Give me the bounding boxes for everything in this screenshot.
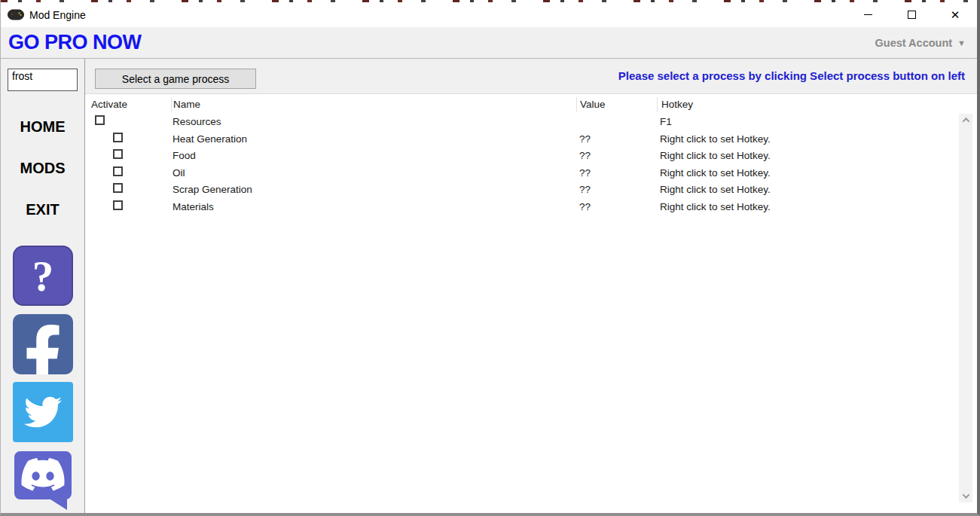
- row-name: Materials: [172, 199, 214, 216]
- app-window: Mod Engine ✕ GO PRO NOW Guest Account ▼ …: [0, 0, 980, 516]
- row-hotkey: Right click to set Hotkey.: [660, 199, 771, 216]
- sidebar: HOME MODS EXIT ?: [1, 59, 85, 513]
- row-hotkey: Right click to set Hotkey.: [660, 165, 771, 182]
- minimize-button[interactable]: [846, 2, 890, 27]
- row-value: ??: [579, 131, 591, 148]
- header-bar: GO PRO NOW Guest Account ▼: [1, 27, 977, 59]
- account-dropdown[interactable]: Guest Account ▼: [875, 37, 966, 49]
- chevron-up-icon: [962, 118, 969, 125]
- discord-icon[interactable]: [13, 450, 73, 510]
- help-icon[interactable]: ?: [13, 246, 73, 306]
- table-row-resources[interactable]: Resources F1: [85, 114, 977, 131]
- activate-checkbox[interactable]: [113, 166, 123, 176]
- status-message: Please select a process by clicking Sele…: [618, 59, 965, 93]
- facebook-icon[interactable]: [13, 314, 73, 374]
- column-header-hotkey[interactable]: Hotkey: [661, 99, 693, 110]
- table-row-scrap-generation[interactable]: Scrap Generation ?? Right click to set H…: [85, 182, 977, 199]
- search-input[interactable]: [8, 69, 78, 91]
- row-name: Food: [172, 148, 196, 165]
- row-hotkey: Right click to set Hotkey.: [660, 148, 771, 165]
- column-header-value[interactable]: Value: [580, 99, 606, 110]
- twitter-bird-glyph: [21, 393, 65, 431]
- row-value: ??: [579, 148, 591, 165]
- row-hotkey: Right click to set Hotkey.: [660, 131, 771, 148]
- scroll-down-button[interactable]: [959, 490, 972, 502]
- table-rows: Resources F1 Heat Generation ?? Right cl…: [85, 114, 977, 215]
- chevron-down-icon: [962, 491, 969, 499]
- activate-checkbox[interactable]: [95, 115, 105, 125]
- twitter-icon[interactable]: [13, 382, 73, 442]
- row-name: Scrap Generation: [172, 182, 252, 199]
- minimize-icon: [864, 14, 872, 15]
- column-separator: [171, 97, 172, 112]
- table-row-materials[interactable]: Materials ?? Right click to set Hotkey.: [85, 199, 977, 216]
- body: HOME MODS EXIT ?: [1, 59, 977, 513]
- mods-table: Activate Name Value Hotkey Resources F1: [85, 93, 977, 513]
- activate-checkbox[interactable]: [113, 149, 123, 159]
- window-controls: ✕: [846, 2, 977, 27]
- sidebar-item-mods[interactable]: MODS: [1, 157, 84, 179]
- table-row-oil[interactable]: Oil ?? Right click to set Hotkey.: [85, 165, 977, 182]
- toolbar: Select a game process Please select a pr…: [85, 59, 977, 93]
- discord-face-glyph: [13, 450, 73, 510]
- facebook-f-glyph: [21, 325, 65, 374]
- close-button[interactable]: ✕: [933, 2, 977, 27]
- row-name: Oil: [172, 165, 185, 182]
- close-icon: ✕: [951, 9, 960, 20]
- go-pro-link[interactable]: GO PRO NOW: [8, 31, 142, 54]
- account-label: Guest Account: [875, 37, 953, 49]
- select-process-button[interactable]: Select a game process: [95, 69, 256, 89]
- app-title: Mod Engine: [29, 9, 86, 21]
- row-name: Resources: [172, 114, 221, 131]
- main-panel: Select a game process Please select a pr…: [85, 59, 977, 513]
- column-header-name[interactable]: Name: [173, 99, 200, 110]
- gamepad-icon: [8, 9, 24, 20]
- maximize-button[interactable]: [890, 2, 933, 27]
- row-hotkey: F1: [660, 114, 672, 131]
- row-value: ??: [579, 182, 591, 199]
- row-value: ??: [579, 199, 591, 216]
- activate-checkbox[interactable]: [113, 200, 123, 210]
- column-header-activate[interactable]: Activate: [91, 99, 127, 110]
- row-name: Heat Generation: [172, 131, 247, 148]
- vertical-scrollbar[interactable]: [959, 114, 972, 502]
- maximize-icon: [908, 11, 916, 19]
- table-row-heat-generation[interactable]: Heat Generation ?? Right click to set Ho…: [85, 131, 977, 148]
- row-hotkey: Right click to set Hotkey.: [660, 182, 771, 199]
- column-separator: [576, 97, 577, 112]
- activate-checkbox[interactable]: [113, 133, 123, 142]
- sidebar-item-home[interactable]: HOME: [1, 116, 84, 137]
- column-separator: [657, 97, 658, 112]
- activate-checkbox[interactable]: [113, 183, 123, 193]
- table-row-food[interactable]: Food ?? Right click to set Hotkey.: [85, 148, 977, 165]
- question-mark-glyph: ?: [32, 252, 54, 301]
- titlebar: Mod Engine ✕: [1, 2, 977, 27]
- chevron-down-icon: ▼: [957, 38, 966, 47]
- scroll-up-button[interactable]: [959, 114, 972, 127]
- sidebar-item-exit[interactable]: EXIT: [1, 199, 84, 220]
- row-value: ??: [579, 165, 591, 182]
